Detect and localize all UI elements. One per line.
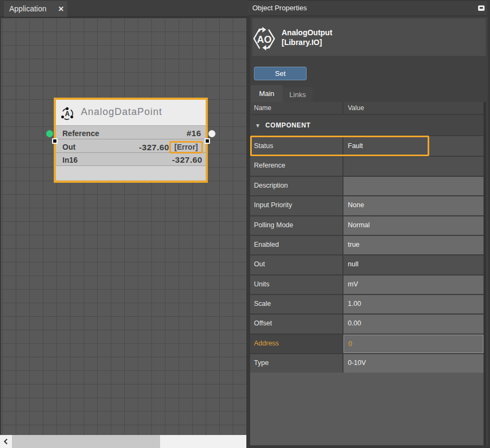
svg-text:A: A bbox=[65, 110, 70, 118]
svg-text:AO: AO bbox=[257, 34, 272, 45]
